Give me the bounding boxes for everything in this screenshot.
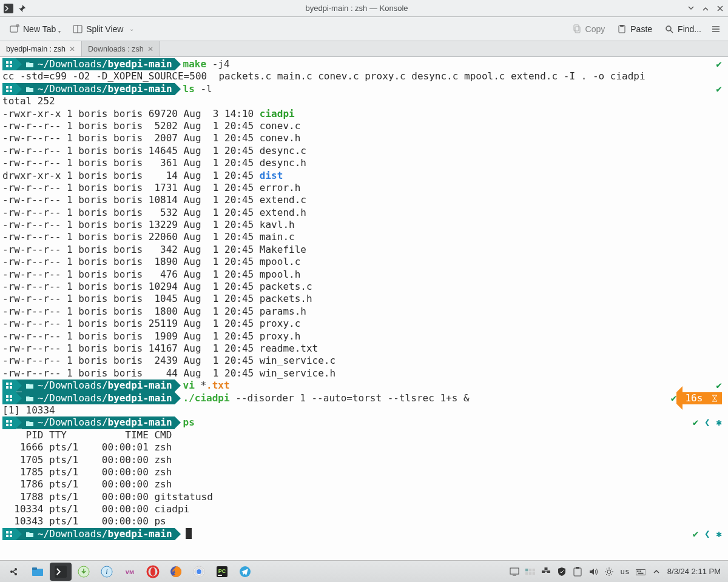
svg-line-73 (612, 574, 613, 575)
svg-rect-25 (10, 399, 12, 401)
svg-rect-60 (529, 572, 531, 574)
status-ok-icon: ✔ (716, 83, 722, 95)
tab-byedpi[interactable]: byedpi-main : zsh ✕ (0, 41, 82, 56)
konsole-window: byedpi-main : zsh — Konsole New Tab ▾ (0, 0, 728, 560)
tray-workspaces-icon[interactable] (525, 567, 535, 577)
terminal-line: -rw-r--r-- 1 boris boris 342 Aug 1 20:45… (2, 244, 728, 256)
svg-rect-4 (574, 25, 579, 31)
svg-rect-17 (10, 90, 12, 92)
tray-clock[interactable]: 8/3/24 2:11 PM (667, 567, 721, 576)
gear-icon: ✱ (716, 416, 722, 428)
taskbar-firefox[interactable] (165, 563, 187, 581)
tab-strip: byedpi-main : zsh ✕ Downloads : zsh ✕ (0, 41, 728, 57)
tray-keyboard-icon[interactable] (636, 567, 645, 577)
folder-icon (22, 83, 36, 95)
minimize-button[interactable] (687, 4, 695, 13)
copy-label: Copy (585, 24, 605, 34)
svg-rect-80 (638, 572, 643, 574)
svg-rect-28 (6, 424, 8, 426)
taskbar-info[interactable]: i (96, 563, 118, 581)
terminal-line: -rw-r--r-- 1 boris boris 1731 Aug 1 20:4… (2, 182, 728, 194)
terminal-line: ~/Downloads/byedpi-main./ciadpi --disord… (2, 392, 728, 404)
new-tab-button[interactable]: New Tab ▾ (4, 21, 67, 37)
svg-rect-31 (10, 531, 12, 534)
maximize-button[interactable] (701, 4, 710, 13)
terminal-line: total 252 (2, 95, 728, 107)
tray-shield-icon[interactable] (557, 567, 567, 577)
terminal-line: ~/Downloads/byedpi-mainvi *.txt✔ (2, 380, 728, 392)
prompt-path: ~/Downloads/byedpi-main (36, 392, 175, 404)
taskbar-opera[interactable] (142, 563, 164, 581)
svg-rect-19 (10, 383, 12, 385)
taskbar-pycharm[interactable]: PC (211, 563, 233, 581)
svg-point-8 (666, 26, 671, 31)
svg-rect-14 (6, 86, 8, 89)
svg-rect-61 (533, 572, 535, 574)
chevron-down-icon[interactable]: ⌄ (129, 25, 134, 32)
app-launcher[interactable] (4, 563, 25, 581)
terminal-line: cc -std=c99 -O2 -D_XOPEN_SOURCE=500 pack… (2, 70, 728, 82)
tray-network-icon[interactable] (541, 567, 551, 577)
terminal-line: 10343 pts/1 00:00:00 ps (2, 515, 728, 527)
prompt-host-icon (2, 380, 16, 392)
tray-language[interactable]: us (620, 567, 630, 576)
svg-line-9 (670, 30, 673, 33)
svg-rect-56 (525, 568, 528, 570)
svg-rect-21 (10, 386, 12, 389)
tray-desktop-icon[interactable] (510, 567, 519, 577)
copy-button[interactable]: Copy (566, 22, 612, 36)
tab-label: byedpi-main : zsh (6, 45, 66, 53)
terminal-line: [1] 10334 (2, 404, 728, 416)
close-button[interactable] (716, 4, 724, 13)
tray-clipboard-icon[interactable] (573, 567, 582, 577)
hamburger-menu[interactable] (707, 22, 724, 36)
svg-rect-59 (525, 572, 528, 574)
svg-rect-58 (533, 568, 535, 570)
taskbar-konsole[interactable] (50, 563, 72, 581)
hourglass-icon (711, 395, 718, 402)
taskbar-telegram[interactable] (234, 563, 256, 581)
close-icon[interactable]: ✕ (69, 45, 75, 53)
terminal-line: 1705 pts/1 00:00:00 zsh (2, 454, 728, 466)
taskbar-vm[interactable]: vм (119, 563, 141, 581)
terminal-line: 1666 pts/1 00:00:01 zsh (2, 441, 728, 453)
close-icon[interactable]: ✕ (147, 45, 153, 53)
tab-downloads[interactable]: Downloads : zsh ✕ (82, 41, 160, 56)
tray-volume-icon[interactable] (588, 567, 598, 577)
command-name: make (183, 58, 207, 70)
copy-icon (572, 24, 582, 34)
svg-rect-5 (575, 27, 580, 33)
find-button[interactable]: Find... (658, 22, 707, 36)
taskbar-download[interactable] (73, 563, 95, 581)
svg-text:PC: PC (218, 568, 226, 574)
svg-rect-15 (10, 86, 12, 89)
terminal-line: -rw-r--r-- 1 boris boris 14167 Aug 1 20:… (2, 343, 728, 355)
split-view-icon (73, 24, 83, 34)
prompt-path: ~/Downloads/byedpi-main (36, 380, 175, 392)
svg-rect-18 (6, 383, 8, 385)
split-view-button[interactable]: Split View ⌄ (67, 22, 135, 36)
svg-rect-23 (10, 395, 12, 398)
window-title: byedpi-main : zsh — Konsole (27, 4, 687, 13)
svg-rect-27 (10, 420, 12, 423)
terminal-line: -rw-r--r-- 1 boris boris 5202 Aug 1 20:4… (2, 120, 728, 132)
svg-rect-26 (6, 420, 8, 423)
pin-icon[interactable] (17, 4, 27, 13)
taskbar-files[interactable] (27, 563, 49, 581)
cursor (186, 528, 192, 539)
paste-button[interactable]: Paste (611, 22, 658, 36)
tray-chevron-up-icon[interactable] (652, 567, 661, 577)
terminal-line: ~/Downloads/byedpi-mainmake -j4✔ (2, 58, 728, 70)
tray-brightness-icon[interactable] (604, 567, 614, 577)
status-ok-icon: ✔ (693, 528, 699, 540)
terminal-area[interactable]: ~/Downloads/byedpi-mainmake -j4✔cc -std=… (0, 57, 728, 560)
terminal-line: -rw-r--r-- 1 boris boris 44 Aug 1 20:45 … (2, 367, 728, 380)
svg-rect-65 (574, 568, 581, 576)
svg-line-72 (606, 569, 607, 570)
taskbar-chrome[interactable] (188, 563, 210, 581)
status-ok-icon: ✔ (716, 58, 722, 70)
terminal-line: -rw-r--r-- 1 boris boris 14645 Aug 1 20:… (2, 145, 728, 157)
terminal-line: PID TTY TIME CMD (2, 429, 728, 441)
folder-icon (22, 58, 36, 70)
chevron-down-icon[interactable]: ▾ (58, 29, 61, 35)
